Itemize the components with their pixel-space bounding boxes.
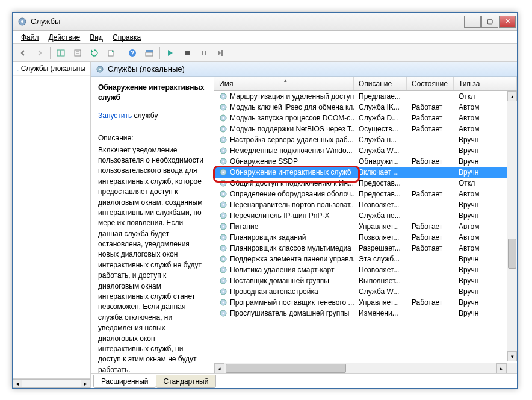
service-row[interactable]: Модуль ключей IPsec для обмена кл...Служ…	[214, 102, 517, 113]
svg-rect-3	[61, 50, 64, 56]
forward-button[interactable]	[33, 46, 46, 60]
export-button[interactable]	[105, 46, 118, 60]
service-state: Работает	[407, 125, 454, 133]
service-row[interactable]: Планировщик заданийПозволяет...РаботаетА…	[214, 232, 517, 243]
tab-standard[interactable]: Стандартный	[156, 375, 217, 388]
scroll-up-icon[interactable]: ▴	[507, 91, 517, 101]
close-button[interactable]: ✕	[499, 16, 516, 28]
service-description: Осуществ...	[354, 125, 407, 133]
service-row[interactable]: Проводная автонастройкаСлужба W...Вручн	[214, 286, 517, 297]
gear-icon	[219, 114, 227, 122]
svg-rect-14	[205, 51, 206, 55]
start-service-link[interactable]: Запустить	[98, 111, 132, 120]
service-name: Планировщик классов мультимедиа	[230, 244, 351, 252]
pause-service-button[interactable]	[197, 46, 211, 60]
svg-point-19	[99, 68, 101, 70]
menu-view[interactable]: Вид	[85, 32, 108, 43]
gear-icon	[219, 157, 227, 166]
nav-services-local[interactable]: Службы (локальны	[13, 62, 90, 76]
service-row[interactable]: Обнаружение SSDPОбнаружи...РаботаетВручн	[214, 156, 517, 167]
service-row[interactable]: Общий доступ к подключению к Ин...Предос…	[214, 178, 517, 189]
scroll-down-icon[interactable]: ▾	[507, 351, 517, 361]
column-name[interactable]: Имя▴	[214, 77, 354, 90]
scroll-left-icon[interactable]: ◄	[13, 379, 22, 388]
properties-button[interactable]	[71, 46, 84, 60]
scroll-right-icon[interactable]: ►	[81, 379, 90, 388]
service-row[interactable]: Определение оборудования оболоч...Предос…	[214, 189, 517, 199]
service-row[interactable]: Маршрутизация и удаленный доступПредлага…	[214, 91, 517, 102]
svg-point-27	[223, 128, 224, 130]
service-row[interactable]: Обнаружение интерактивных службВключает …	[214, 167, 517, 178]
horizontal-scrollbar[interactable]: ◂ ▸	[214, 363, 507, 373]
menu-action[interactable]: Действие	[44, 32, 85, 43]
service-row[interactable]: Поставщик домашней группыВыполняет...Вру…	[214, 275, 517, 286]
service-row[interactable]: Модуль запуска процессов DCOM-с...Служба…	[214, 113, 517, 123]
service-description: Эта служб...	[354, 255, 407, 263]
svg-point-59	[223, 302, 224, 304]
help-button[interactable]: ?	[126, 46, 139, 60]
back-button[interactable]	[16, 46, 29, 60]
scroll-thumb[interactable]	[508, 239, 516, 269]
service-row[interactable]: Программный поставщик теневого ...Управл…	[214, 297, 517, 308]
scroll-right-icon[interactable]: ▸	[496, 363, 507, 373]
service-row[interactable]: Немедленные подключения Windo...Служба W…	[214, 145, 517, 156]
refresh-button[interactable]	[88, 46, 101, 60]
column-state[interactable]: Состояние	[407, 77, 454, 90]
service-description: Служба D...	[354, 114, 407, 122]
service-state: Работает	[407, 114, 454, 122]
service-row[interactable]: ПитаниеУправляет...РаботаетАвтом	[214, 221, 517, 232]
service-state: Работает	[407, 190, 454, 198]
titlebar[interactable]: Службы ─ ▢ ✕	[13, 13, 517, 31]
svg-point-51	[223, 258, 224, 260]
nav-horizontal-scrollbar[interactable]: ◄ ►	[13, 378, 90, 388]
scroll-thumb[interactable]	[226, 364, 346, 373]
service-row[interactable]: Политика удаления смарт-картПозволяет...…	[214, 264, 517, 275]
vertical-scrollbar[interactable]: ▴ ▾	[507, 91, 517, 361]
svg-point-37	[223, 183, 224, 184]
service-row[interactable]: Планировщик классов мультимедиаРазрешает…	[214, 243, 517, 254]
column-description[interactable]: Описание	[354, 77, 407, 90]
service-state: Работает	[407, 233, 454, 242]
service-row[interactable]: Прослушиватель домашней группыИзменени..…	[214, 308, 517, 319]
column-startup-type[interactable]: Тип за	[454, 77, 517, 90]
gear-icon	[219, 277, 227, 285]
service-row[interactable]: Поддержка элемента панели управл...Эта с…	[214, 254, 517, 264]
service-rows: Маршрутизация и удаленный доступПредлага…	[214, 91, 517, 373]
menu-help[interactable]: Справка	[108, 32, 146, 43]
maximize-button[interactable]: ▢	[481, 16, 498, 28]
menu-file[interactable]: Файл	[16, 32, 44, 43]
service-list-panel: Имя▴ Описание Состояние Тип за Маршрутиз…	[214, 77, 517, 373]
service-row[interactable]: Перечислитель IP-шин PnP-XСлужба пе...Вр…	[214, 210, 517, 221]
scroll-track[interactable]	[22, 379, 81, 388]
service-row[interactable]: Настройка сервера удаленных раб...Служба…	[214, 134, 517, 145]
stop-service-button[interactable]	[181, 46, 194, 60]
service-name: Обнаружение интерактивных служб	[230, 168, 351, 177]
service-name: Прослушиватель домашней группы	[230, 309, 349, 317]
service-name: Модуль поддержки NetBIOS через T...	[230, 125, 354, 133]
service-name: Проводная автонастройка	[230, 287, 318, 296]
service-row[interactable]: Модуль поддержки NetBIOS через T...Осуще…	[214, 123, 517, 134]
service-name: Общий доступ к подключению к Ин...	[230, 179, 354, 187]
start-service-button[interactable]	[164, 46, 177, 60]
minimize-button[interactable]: ─	[464, 16, 481, 28]
restart-service-button[interactable]	[214, 46, 227, 60]
main-header: Службы (локальные)	[91, 62, 517, 77]
service-description: Служба пе...	[354, 211, 407, 220]
service-name: Поставщик домашней группы	[230, 277, 329, 285]
svg-rect-10	[146, 50, 153, 52]
service-description: Служба W...	[354, 146, 407, 155]
svg-rect-12	[185, 51, 190, 55]
main-header-title: Службы (локальные)	[108, 64, 185, 73]
tab-extended[interactable]: Расширенный	[93, 375, 156, 388]
service-description: Служба W...	[354, 287, 407, 296]
svg-point-1	[21, 20, 23, 23]
service-state: Работает	[407, 222, 454, 231]
svg-point-41	[223, 204, 224, 206]
scroll-left-icon[interactable]: ◂	[214, 363, 224, 373]
service-row[interactable]: Перенаправитель портов пользоват...Позво…	[214, 199, 517, 210]
gear-icon	[219, 136, 227, 144]
action-panel-button[interactable]	[143, 46, 156, 60]
svg-point-61	[223, 313, 224, 314]
show-hide-tree-button[interactable]	[54, 46, 67, 60]
gear-icon	[219, 287, 227, 296]
